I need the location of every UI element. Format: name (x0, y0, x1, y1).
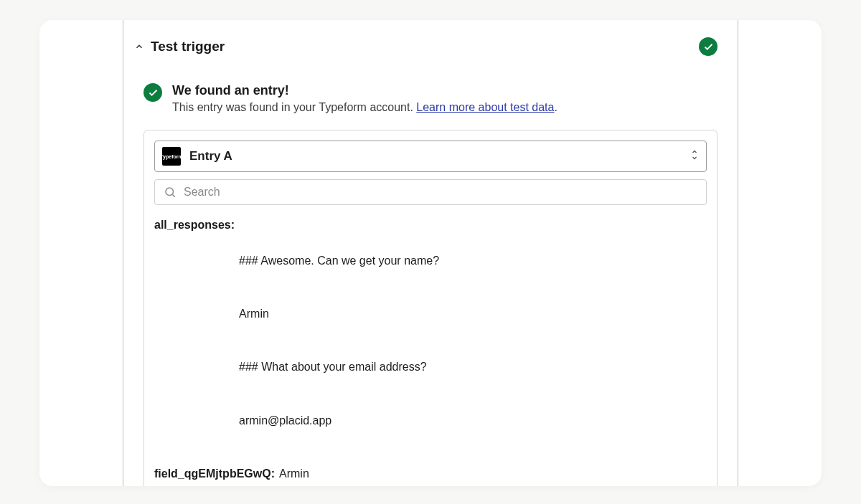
field-value: armin@placid.app (275, 483, 367, 486)
section-header: Test trigger (123, 20, 738, 56)
found-entry-row: We found an entry! This entry was found … (123, 56, 738, 114)
field-all-responses: all_responses: ### Awesome. Can we get y… (154, 217, 707, 465)
found-desc-suffix: . (554, 101, 557, 113)
chevron-up-icon (133, 41, 145, 52)
found-text: We found an entry! This entry was found … (172, 83, 557, 114)
field-list: all_responses: ### Awesome. Can we get y… (154, 217, 707, 486)
updown-icon (690, 149, 699, 163)
field-key: all_responses: (154, 217, 235, 234)
field-value: ### Awesome. Can we get your name? Armin… (239, 217, 439, 465)
field-key: field_qgEMjtpbEGwQ: (154, 465, 275, 483)
resp-line: ### What about your email address? (239, 358, 439, 376)
learn-more-link[interactable]: Learn more about test data (416, 101, 554, 113)
field-value: Armin (279, 465, 309, 483)
entry-select-dropdown[interactable]: Typeform Entry A (154, 141, 707, 172)
found-check-icon (144, 83, 162, 102)
found-description: This entry was found in your Typeform ac… (172, 101, 557, 114)
found-heading: We found an entry! (172, 83, 557, 98)
search-icon (164, 186, 177, 199)
app-card: Test trigger We found an entry! This ent… (39, 20, 822, 486)
resp-line: armin@placid.app (239, 412, 439, 430)
field-key: field_PKdpRSza1Caj: (154, 483, 270, 486)
svg-point-0 (166, 188, 174, 196)
svg-line-1 (172, 194, 174, 196)
search-input[interactable] (184, 186, 697, 199)
trigger-panel: Test trigger We found an entry! This ent… (123, 20, 738, 486)
search-box[interactable] (154, 179, 707, 205)
field-pk: field_PKdpRSza1Caj: armin@placid.app (154, 483, 707, 486)
typeform-icon: Typeform (162, 147, 181, 166)
resp-line: ### Awesome. Can we get your name? (239, 252, 439, 270)
found-desc-prefix: This entry was found in your Typeform ac… (172, 101, 416, 113)
entry-details-box: Typeform Entry A all_responses: (144, 130, 718, 486)
resp-line: Armin (239, 305, 439, 323)
entry-select-label: Entry A (189, 149, 682, 163)
field-qg: field_qgEMjtpbEGwQ: Armin (154, 465, 707, 483)
section-title: Test trigger (151, 39, 225, 54)
section-header-left[interactable]: Test trigger (133, 39, 225, 54)
status-check-icon (699, 37, 718, 56)
